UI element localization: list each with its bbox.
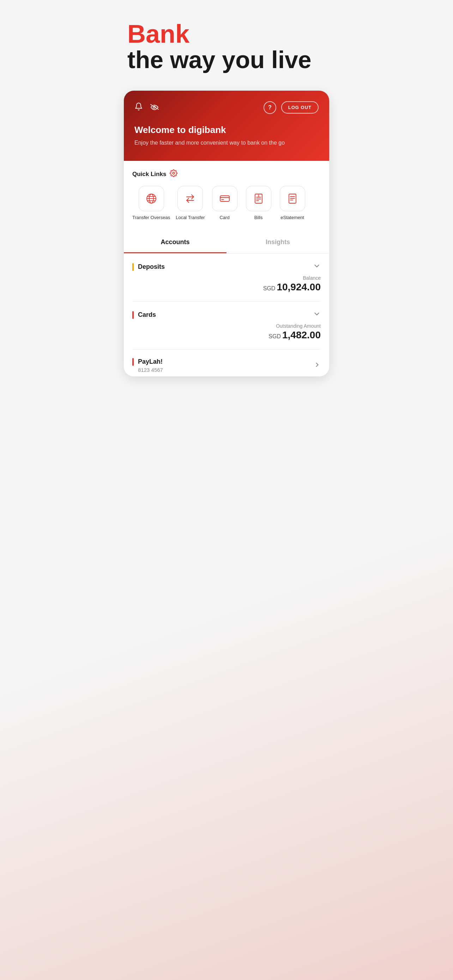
paylah-row[interactable]: PayLah! 8123 4567 — [132, 350, 321, 376]
quick-link-card[interactable]: Card — [211, 186, 239, 221]
card-label: Card — [219, 215, 229, 221]
cards-title: Cards — [138, 311, 156, 318]
header-icons-right: ? LOG OUT — [264, 101, 319, 114]
gear-icon[interactable] — [170, 169, 178, 179]
header-icons-row: ? LOG OUT — [134, 101, 319, 114]
svg-rect-9 — [220, 196, 229, 201]
transfer-overseas-label: Transfer Overseas — [132, 215, 170, 221]
deposits-balance-row: Balance SGD10,924.00 — [132, 275, 321, 293]
deposits-balance-amount: SGD10,924.00 — [132, 282, 321, 293]
tab-accounts[interactable]: Accounts — [124, 232, 227, 253]
paylah-info: PayLah! 8123 4567 — [138, 358, 163, 373]
cards-accent-bar — [132, 311, 134, 319]
quick-links-header: Quick Links — [132, 169, 321, 179]
deposits-chevron-icon[interactable] — [313, 262, 321, 272]
logout-button[interactable]: LOG OUT — [281, 101, 319, 114]
cards-balance-row: Outstanding Amount SGD1,482.00 — [132, 323, 321, 341]
deposits-balance-label: Balance — [132, 275, 321, 281]
main-card: ? LOG OUT Welcome to digibank Enjoy the … — [124, 91, 329, 376]
svg-point-0 — [153, 106, 155, 108]
card-header: ? LOG OUT Welcome to digibank Enjoy the … — [124, 91, 329, 161]
deposits-header: Deposits — [132, 262, 321, 272]
deposits-amount: 10,924.00 — [277, 282, 321, 293]
deposits-title: Deposits — [138, 263, 165, 270]
card-icon-box — [212, 186, 237, 211]
hero-section: Bank the way you live — [113, 0, 340, 84]
transfer-overseas-icon-box — [139, 186, 164, 211]
svg-text:$: $ — [258, 194, 259, 197]
quick-link-estatement[interactable]: eStatement — [278, 186, 307, 221]
estatement-label: eStatement — [280, 215, 304, 221]
tab-insights[interactable]: Insights — [227, 232, 329, 253]
header-icons-left — [134, 102, 159, 113]
local-transfer-icon-box — [178, 186, 203, 211]
svg-point-1 — [173, 172, 175, 174]
notification-bell-button[interactable] — [134, 102, 143, 113]
local-transfer-label: Local Transfer — [176, 215, 205, 221]
bills-label: Bills — [254, 215, 263, 221]
help-button[interactable]: ? — [264, 101, 276, 114]
quick-link-local-transfer[interactable]: Local Transfer — [176, 186, 205, 221]
quick-link-transfer-overseas[interactable]: Transfer Overseas — [132, 186, 170, 221]
paylah-left: PayLah! 8123 4567 — [132, 358, 163, 373]
deposits-currency: SGD — [263, 285, 275, 291]
paylah-accent-bar — [132, 358, 134, 366]
welcome-title: Welcome to digibank — [134, 124, 319, 135]
quick-links-grid: Transfer Overseas Local Transfer — [132, 186, 321, 225]
paylah-number: 8123 4567 — [138, 367, 163, 373]
hero-tagline: the way you live — [127, 46, 326, 73]
estatement-icon-box — [280, 186, 305, 211]
deposits-group: Deposits Balance SGD10,924.00 — [132, 254, 321, 302]
quick-link-bills[interactable]: $ Bills — [245, 186, 273, 221]
deposits-title-row: Deposits — [132, 263, 165, 271]
hide-balance-button[interactable] — [150, 103, 159, 112]
cards-header: Cards — [132, 310, 321, 320]
deposits-accent-bar — [132, 263, 134, 271]
cards-amount: 1,482.00 — [282, 329, 321, 340]
cards-currency: SGD — [269, 333, 281, 339]
paylah-title: PayLah! — [138, 358, 163, 366]
welcome-subtitle: Enjoy the faster and more convenient way… — [134, 139, 319, 147]
tabs-row: Accounts Insights — [124, 232, 329, 254]
cards-group: Cards Outstanding Amount SGD1,482.00 — [132, 302, 321, 350]
quick-links-title: Quick Links — [132, 171, 166, 178]
bills-icon-box: $ — [246, 186, 271, 211]
cards-title-row: Cards — [132, 311, 156, 319]
accounts-section: Deposits Balance SGD10,924.00 — [124, 254, 329, 376]
cards-balance-label: Outstanding Amount — [132, 323, 321, 329]
cards-balance-amount: SGD1,482.00 — [132, 329, 321, 341]
svg-rect-17 — [289, 194, 296, 203]
quick-links-section: Quick Links — [124, 161, 329, 229]
cards-chevron-icon[interactable] — [313, 310, 321, 320]
paylah-chevron-icon — [314, 361, 321, 370]
hero-bank-label: Bank — [127, 21, 326, 46]
